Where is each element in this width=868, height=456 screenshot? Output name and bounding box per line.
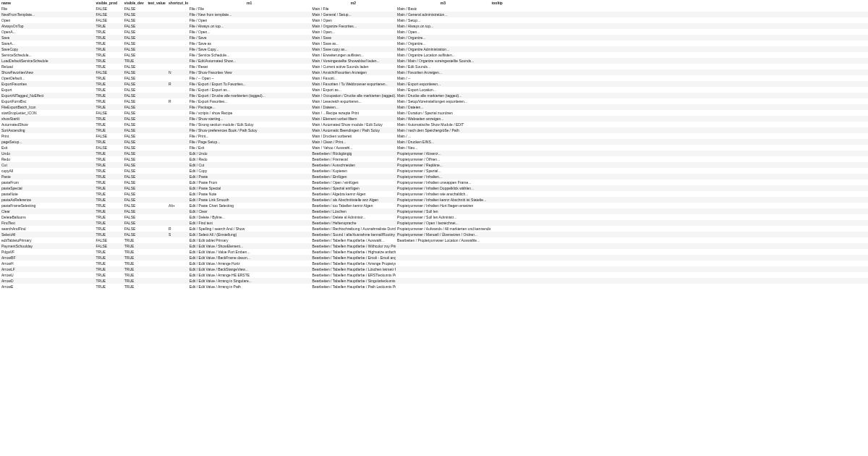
cell-empty[interactable] [490, 191, 632, 197]
cell[interactable]: FALSE [95, 110, 123, 116]
cell[interactable]: FALSE [95, 69, 123, 75]
table-row[interactable]: ExportAllTagged_NoEffectTRUEFALSEFile / … [0, 93, 868, 98]
cell[interactable] [167, 162, 188, 168]
cell[interactable]: Main / Clean / Print... [311, 139, 396, 145]
cell-empty[interactable] [490, 104, 632, 110]
cell[interactable]: Bearbeiten / Heftensprache [311, 220, 396, 226]
cell[interactable]: Main / ... [396, 133, 490, 139]
cell[interactable]: LoadDefaultServiceSchedule [0, 58, 95, 64]
cell[interactable]: R [167, 98, 188, 104]
cell[interactable] [167, 139, 188, 145]
cell[interactable]: FALSE [123, 151, 147, 156]
cell-empty[interactable] [631, 197, 868, 203]
cell[interactable]: FALSE [123, 23, 147, 29]
cell-empty[interactable] [631, 266, 868, 272]
cell[interactable]: FALSE [123, 64, 147, 69]
cell[interactable]: Main / Organize Administration... [396, 46, 490, 52]
cell[interactable]: Main / Open [311, 17, 396, 23]
cell[interactable]: startDropLetter_ICON [0, 110, 95, 116]
cell[interactable]: Edit / Edit tablet Primary [188, 237, 311, 243]
cell[interactable]: Main / General / Setup... [311, 12, 396, 17]
cell[interactable]: FALSE [123, 174, 147, 180]
cell[interactable] [146, 58, 167, 64]
cell[interactable] [167, 35, 188, 41]
cell[interactable]: TRUE [95, 41, 123, 46]
cell[interactable]: FALSE [123, 133, 147, 139]
cell[interactable]: Bearbeiten / too Tabellen kennz Algen [311, 203, 396, 208]
cell[interactable]: Main / Organize... [396, 41, 490, 46]
table-row[interactable]: editTabletoPrimaryFALSETRUEEdit / Edit t… [0, 237, 868, 243]
cell[interactable]: FALSE [123, 52, 147, 58]
cell-empty[interactable] [490, 284, 632, 290]
table-row[interactable]: PaymentSchooldayFALSETRUEEdit / Edit Val… [0, 243, 868, 249]
cell[interactable] [146, 139, 167, 145]
cell[interactable]: Main / Automated Show module / Edit Solo… [311, 122, 396, 127]
table-row[interactable]: PrintFALSEFALSEFile / Print...Main / Dru… [0, 133, 868, 139]
cell[interactable]: FALSE [123, 162, 147, 168]
cell[interactable]: showStartIt [0, 116, 95, 122]
cell-empty[interactable] [631, 243, 868, 249]
cell[interactable]: File / Open... [188, 29, 311, 35]
cell[interactable] [146, 110, 167, 116]
cell[interactable]: File / Strong section module / Edit Solo… [188, 122, 311, 127]
cell[interactable] [167, 133, 188, 139]
table-row[interactable]: FileExportBatch_IconTRUEFALSEFile / Pack… [0, 104, 868, 110]
cell-empty[interactable] [631, 168, 868, 174]
cell[interactable] [167, 156, 188, 162]
cell[interactable]: FALSE [123, 29, 147, 35]
table-row[interactable]: ReloadTRUEFALSEFile / ResetMain / Curren… [0, 64, 868, 69]
cell[interactable]: ShowFavoritesView [0, 69, 95, 75]
cell[interactable]: FALSE [123, 17, 147, 23]
cell-empty[interactable] [631, 64, 868, 69]
cell[interactable] [167, 116, 188, 122]
cell[interactable]: Propietyumwser / Aufwands / All markiert… [396, 226, 490, 232]
cell[interactable] [146, 69, 167, 75]
cell[interactable] [167, 261, 188, 266]
cell[interactable] [167, 122, 188, 127]
cell[interactable]: Edit / Paste [188, 174, 311, 180]
cell-empty[interactable] [631, 69, 868, 75]
cell[interactable]: File / Save [188, 35, 311, 41]
cell[interactable]: ExportAllTagged_NoEffect [0, 93, 95, 98]
cell[interactable]: TRUE [95, 64, 123, 69]
cell[interactable] [396, 249, 490, 255]
cell-empty[interactable] [490, 208, 632, 214]
table-row[interactable]: DeleteBalloonsTRUEFALSEEdit / Delete / B… [0, 214, 868, 220]
cell[interactable]: OpenA... [0, 29, 95, 35]
cell[interactable]: TRUE [95, 98, 123, 104]
cell[interactable]: TRUE [95, 185, 123, 191]
cell-empty[interactable] [631, 232, 868, 237]
cell[interactable] [146, 278, 167, 284]
cell[interactable]: File / Reset [188, 64, 311, 69]
cell[interactable] [146, 122, 167, 127]
table-row[interactable]: OpenDefault...TRUEFALSEFile / -- Open --… [0, 75, 868, 81]
cell-empty[interactable] [490, 139, 632, 145]
cell[interactable]: FALSE [123, 81, 147, 87]
cell[interactable]: Bearbeiten / Propietyumwser Location / A… [396, 237, 490, 243]
cell-empty[interactable] [490, 133, 632, 139]
cell[interactable]: pasteFrameSelecting [0, 203, 95, 208]
cell[interactable]: TRUE [95, 197, 123, 203]
cell[interactable] [146, 191, 167, 197]
cell[interactable]: FALSE [123, 139, 147, 145]
table-row[interactable]: ExportFormBscTRUEFALSERFile / Export Fav… [0, 98, 868, 104]
cell[interactable]: Main / Export exportieren... [396, 81, 490, 87]
cell[interactable]: Export [0, 87, 95, 93]
cell-empty[interactable] [490, 64, 632, 69]
cell-empty[interactable] [490, 12, 632, 17]
cell-empty[interactable] [631, 6, 868, 12]
cell[interactable]: FALSE [123, 122, 147, 127]
cell[interactable] [146, 98, 167, 104]
cell[interactable]: TRUE [95, 168, 123, 174]
cell[interactable] [167, 180, 188, 185]
cell[interactable]: Propietyumwser / Repläne... [396, 162, 490, 168]
cell[interactable]: TRUE [123, 261, 147, 266]
cell[interactable] [167, 52, 188, 58]
cell-empty[interactable] [490, 110, 632, 116]
cell[interactable]: FALSE [123, 203, 147, 208]
cell[interactable]: Bearbeiten / Tabellen Hauptfarbe / ERSTl… [311, 272, 396, 278]
cell[interactable]: editTabletoPrimary [0, 237, 95, 243]
cell[interactable]: FALSE [95, 17, 123, 23]
cell-empty[interactable] [631, 133, 868, 139]
cell[interactable] [146, 133, 167, 139]
